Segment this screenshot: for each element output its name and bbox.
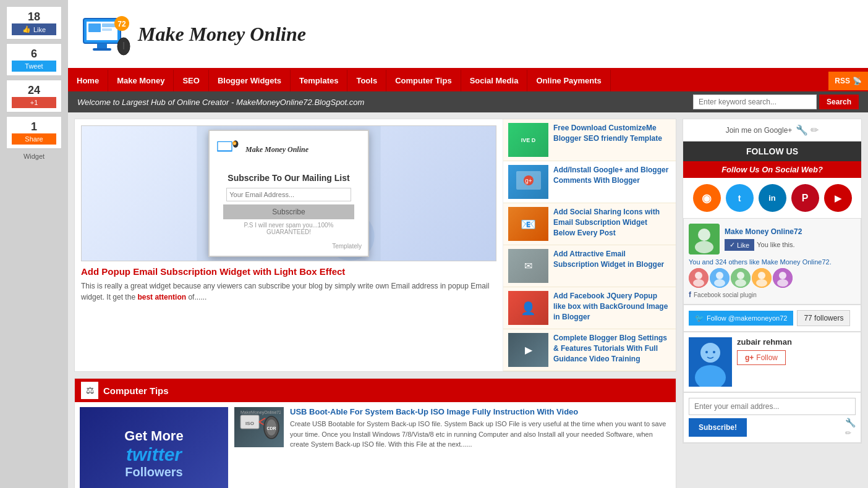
- gplus-widget: 24 +1: [6, 80, 62, 112]
- article-title[interactable]: Free Download CustomizeMe Blogger SEO fr…: [553, 123, 671, 144]
- svg-point-43: [758, 272, 765, 279]
- search-input[interactable]: [693, 95, 817, 109]
- nav-seo[interactable]: SEO: [174, 70, 208, 91]
- subscribe-button[interactable]: Subscribe!: [689, 418, 747, 437]
- featured-post-desc: This is really a great widget because an…: [81, 280, 496, 303]
- twitter-follow-button[interactable]: 🐦 Follow @makemoneyon72: [689, 311, 793, 326]
- gplus-info: zubair rehman g+ Follow: [737, 337, 856, 365]
- friend-avatar: [710, 268, 730, 288]
- tweet-button[interactable]: Tweet: [12, 61, 56, 72]
- list-item: ✉ Add Attractive Email Subscription Widg…: [503, 245, 676, 287]
- friend-avatar: [773, 268, 793, 288]
- article-title[interactable]: Add/Install Google+ and Blogger Comments…: [553, 165, 671, 186]
- linkedin-social-icon[interactable]: in: [759, 184, 786, 212]
- svg-text:MakeMoneyOnline72.BlogSpot.com: MakeMoneyOnline72.BlogSpot.com: [240, 410, 281, 415]
- usb-article-area: ISO MakeMoneyOnline72.BlogSpot.com CDR: [234, 407, 671, 488]
- thumb-icon: g+: [513, 168, 544, 196]
- follow-us-bar: FOLLOW US: [683, 141, 861, 161]
- article-thumbnail: 📧: [508, 207, 548, 241]
- like-count: 18: [12, 11, 56, 23]
- youtube-social-icon[interactable]: ▶: [824, 184, 852, 212]
- usb-thumbnail: ISO MakeMoneyOnline72.BlogSpot.com CDR: [234, 407, 284, 447]
- article-title[interactable]: Complete Blogger Blog Settings & Feature…: [553, 333, 671, 364]
- nav-make-money[interactable]: Make Money: [108, 70, 174, 91]
- avatar-icon: [752, 268, 772, 288]
- main-navbar: Home Make Money SEO Blogger Widgets Temp…: [68, 70, 868, 91]
- edit-icons: 🔧 ✏: [796, 124, 819, 136]
- article-title[interactable]: Add Facebook JQuery Popup like box with …: [553, 291, 671, 322]
- fb-like-button[interactable]: ✓ Like: [725, 239, 754, 251]
- list-item: g+ Add/Install Google+ and Blogger Comme…: [503, 161, 676, 203]
- fb-page-avatar: [689, 224, 720, 255]
- gplus-icon: g+: [745, 353, 754, 362]
- usb-article-desc: Create USB Bootable for System Back-up I…: [290, 419, 671, 450]
- subscription-form: Subscribe To Our Mailing List Subscribe …: [216, 166, 362, 243]
- fb-page-name: Make Money Online72: [725, 227, 802, 236]
- nav-blogger-widgets[interactable]: Blogger Widgets: [209, 70, 291, 91]
- search-area: Search: [693, 95, 859, 109]
- edit-tools: 🔧 ✏: [845, 418, 856, 437]
- svg-line-25: [259, 418, 265, 422]
- nav-computer-tips[interactable]: Computer Tips: [386, 70, 461, 91]
- usb-article-title[interactable]: USB Boot-Able For System Back-Up ISO Ima…: [290, 407, 671, 416]
- rss-social-icon[interactable]: ◉: [693, 184, 721, 212]
- like-widget: 18 Like: [6, 6, 62, 40]
- email-input[interactable]: [226, 188, 351, 201]
- featured-image: 72 Make Money Online Subscribe To Our Ma…: [81, 125, 496, 261]
- nav-online-payments[interactable]: Online Payments: [527, 70, 610, 91]
- nav-templates[interactable]: Templates: [291, 70, 347, 91]
- tagline-bar: Welcome to Largest Hub of Online Creator…: [68, 91, 868, 112]
- like-button[interactable]: Like: [12, 23, 56, 35]
- svg-rect-5: [97, 43, 107, 48]
- search-button[interactable]: Search: [819, 95, 859, 109]
- fb-profile: Make Money Online72 ✓ Like You like this…: [689, 224, 856, 255]
- computer-tips-section: ⚖ Computer Tips Get More twitter Followe…: [74, 378, 676, 488]
- svg-point-37: [716, 272, 723, 279]
- fb-others-text: You and 324 others like Make Money Onlin…: [689, 258, 856, 266]
- logo-area: 72 Make Money Online: [77, 6, 306, 62]
- gplus-button[interactable]: +1: [12, 97, 56, 108]
- popup-logo: 72: [216, 137, 240, 162]
- gplus-follow-button[interactable]: g+ Follow: [737, 350, 786, 365]
- list-item: 📧 Add Social Sharing Icons with Email Su…: [503, 203, 676, 245]
- avatar-icon: [731, 268, 751, 288]
- share-button[interactable]: Share: [12, 133, 56, 145]
- tagline-text: Welcome to Largest Hub of Online Creator…: [77, 98, 364, 107]
- nav-social-media[interactable]: Social Media: [461, 70, 528, 91]
- svg-rect-2: [88, 23, 101, 32]
- twitter-social-icon[interactable]: t: [726, 184, 754, 212]
- article-title[interactable]: Add Social Sharing Icons with Email Subs…: [553, 207, 671, 238]
- subscribe-form-button[interactable]: Subscribe: [223, 204, 354, 219]
- gplus-avatar-image: [689, 337, 732, 387]
- featured-left: 72 Make Money Online Subscribe To Our Ma…: [75, 119, 503, 371]
- google-plus-box: Join me on Google+ 🔧 ✏ FOLLOW US Follow …: [683, 119, 862, 444]
- nav-tools[interactable]: Tools: [347, 70, 386, 91]
- svg-point-49: [700, 343, 720, 363]
- gplus-profile-section: zubair rehman g+ Follow: [683, 332, 861, 392]
- spam-note: P.S I will never spam you...100% GUARANT…: [223, 222, 354, 235]
- tweet-count: 6: [12, 48, 56, 61]
- fb-you-like-text: You like this.: [757, 241, 794, 248]
- email-subscribe-input[interactable]: [689, 398, 856, 415]
- promo-followers: Followers: [124, 465, 183, 479]
- featured-post-title: Add Popup Email Subscription Widget with…: [81, 266, 496, 277]
- svg-point-41: [735, 279, 746, 287]
- svg-point-46: [779, 272, 786, 279]
- rss-button[interactable]: RSS 📡: [828, 72, 868, 90]
- fb-page-info: Make Money Online72 ✓ Like You like this…: [725, 227, 802, 251]
- list-item: IVE D Free Download CustomizeMe Blogger …: [503, 119, 676, 161]
- popup-title: Make Money Online: [245, 145, 308, 154]
- main-content: 72 Make Money Online Home Make Money SEO…: [68, 0, 868, 488]
- tweet-widget: 6 Tweet: [6, 43, 62, 76]
- featured-inner: 72 Make Money Online Subscribe To Our Ma…: [75, 119, 676, 371]
- templately-label: Templately: [216, 243, 362, 250]
- nav-home[interactable]: Home: [68, 70, 108, 91]
- usb-article: ISO MakeMoneyOnline72.BlogSpot.com CDR: [234, 407, 671, 450]
- article-title[interactable]: Add Attractive Email Subscription Widget…: [553, 249, 671, 270]
- svg-text:CDR: CDR: [266, 426, 276, 431]
- svg-point-51: [705, 351, 708, 353]
- pinterest-social-icon[interactable]: P: [791, 184, 819, 212]
- posts-area: 72 Make Money Online Subscribe To Our Ma…: [74, 119, 676, 488]
- right-sidebar: Join me on Google+ 🔧 ✏ FOLLOW US Follow …: [683, 119, 862, 488]
- svg-text:72: 72: [117, 20, 126, 28]
